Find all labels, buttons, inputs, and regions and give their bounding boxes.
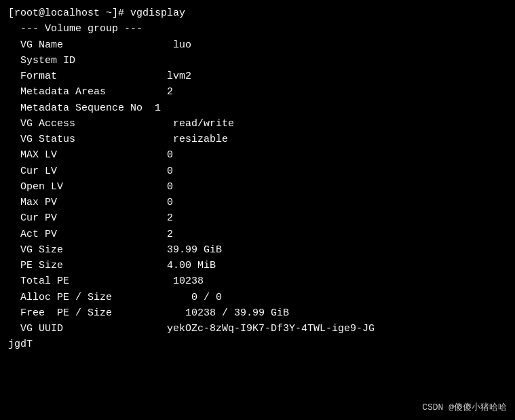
watermark: CSDN @傻傻小猪哈哈 <box>422 401 507 413</box>
field-row-11: Cur PV 2 <box>8 210 507 226</box>
field-row-18: VG UUID yekOZc-8zWq-I9K7-Df3Y-4TWL-ige9-… <box>8 321 507 337</box>
field-row-7: MAX LV 0 <box>8 147 507 163</box>
field-row-10: Max PV 0 <box>8 195 507 210</box>
field-row-4: Metadata Sequence No 1 <box>8 100 507 116</box>
field-row-12: Act PV 2 <box>8 227 507 242</box>
field-row-17: Free PE / Size 10238 / 39.99 GiB <box>8 305 507 321</box>
field-row-0: VG Name luo <box>8 37 507 53</box>
field-row-15: Total PE 10238 <box>8 273 507 289</box>
terminal-window: [root@localhost ~]# vgdisplay --- Volume… <box>0 0 515 420</box>
field-row-1: System ID <box>8 53 507 69</box>
uuid-continuation: jgdT <box>8 337 507 352</box>
vgdisplay-output: VG Name luo System ID Format lvm2 Metada… <box>8 37 507 337</box>
field-row-6: VG Status resizable <box>8 132 507 147</box>
field-row-14: PE Size 4.00 MiB <box>8 258 507 273</box>
field-row-9: Open LV 0 <box>8 179 507 195</box>
field-row-2: Format lvm2 <box>8 69 507 84</box>
field-row-3: Metadata Areas 2 <box>8 84 507 100</box>
field-row-16: Alloc PE / Size 0 / 0 <box>8 290 507 305</box>
separator-line: --- Volume group --- <box>8 21 507 37</box>
field-row-5: VG Access read/write <box>8 116 507 132</box>
field-row-13: VG Size 39.99 GiB <box>8 242 507 258</box>
field-row-8: Cur LV 0 <box>8 164 507 179</box>
command-line: [root@localhost ~]# vgdisplay <box>8 5 507 21</box>
